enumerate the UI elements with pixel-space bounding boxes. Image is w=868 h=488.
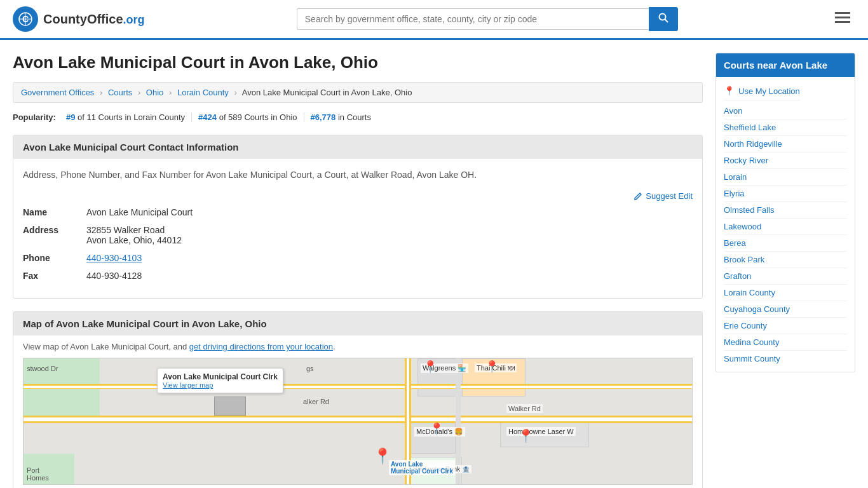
phone-label: Phone xyxy=(23,253,86,263)
phone-value: 440-930-4103 xyxy=(86,253,693,263)
logo-text: CountyOffice.org xyxy=(43,12,145,27)
sidebar-link-grafton[interactable]: Grafton xyxy=(724,268,847,285)
fax-row: Fax 440-930-4128 xyxy=(23,271,693,281)
svg-rect-8 xyxy=(835,17,850,18)
sidebar-link-brook-park[interactable]: Brook Park xyxy=(724,252,847,268)
map-label-hometowne: Hometowne Laser W xyxy=(506,427,576,436)
search-button[interactable] xyxy=(649,7,678,31)
sidebar-link-north-ridgeville[interactable]: North Ridgeville xyxy=(724,136,847,152)
content-area: Avon Lake Municipal Court in Avon Lake, … xyxy=(13,53,703,488)
popularity-lorain: #9 of 11 Courts in Lorain County xyxy=(60,112,192,122)
popularity-ohio: #424 of 589 Courts in Ohio xyxy=(192,112,304,122)
sidebar-box: Courts near Avon Lake 📍 Use My Location … xyxy=(715,53,855,372)
sidebar-links-container: AvonSheffield LakeNorth RidgevilleRocky … xyxy=(724,103,847,367)
contact-description: Address, Phone Number, and Fax Number fo… xyxy=(23,168,693,182)
search-input[interactable] xyxy=(297,8,649,30)
sidebar-header: Courts near Avon Lake xyxy=(716,53,855,77)
view-larger-map-link[interactable]: View larger map xyxy=(163,381,213,389)
map-pin-blue: 📍 xyxy=(518,428,534,444)
sidebar-link-medina-county[interactable]: Medina County xyxy=(724,334,847,351)
popularity-courts: #6,778 in Courts xyxy=(304,112,377,122)
fax-label: Fax xyxy=(23,271,86,281)
sidebar-link-summit-county[interactable]: Summit County xyxy=(724,351,847,367)
sidebar-link-berea[interactable]: Berea xyxy=(724,235,847,252)
breadcrumb-sep-2: › xyxy=(138,88,140,97)
popularity-context-3: in Courts xyxy=(338,112,371,122)
map-tooltip: Avon Lake Municipal Court Clrk View larg… xyxy=(157,368,283,393)
popularity-rank-3: #6,778 xyxy=(311,112,336,122)
site-header: C CountyOffice.org xyxy=(0,0,868,40)
map-building-1 xyxy=(214,396,246,416)
directions-link[interactable]: get driving directions from your locatio… xyxy=(189,342,333,351)
map-pin-walgreens: 📍 xyxy=(423,360,437,374)
name-row: Name Avon Lake Municipal Court xyxy=(23,207,693,217)
phone-link[interactable]: 440-930-4103 xyxy=(86,253,142,263)
map-label-port: PortHomes xyxy=(27,466,49,482)
sidebar-link-lorain[interactable]: Lorain xyxy=(724,169,847,186)
suggest-edit-button[interactable]: Suggest Edit xyxy=(634,191,693,201)
map-container[interactable]: Walgreens 🏪 Thai Chili 🍽 Walker Rd alker… xyxy=(23,358,693,485)
search-area xyxy=(297,7,678,31)
map-desc-text: View map of Avon Lake Municipal Court, a… xyxy=(23,342,187,351)
map-label-gs: gs xyxy=(306,365,314,372)
map-tooltip-title: Avon Lake Municipal Court Clrk xyxy=(163,372,278,381)
breadcrumb-current: Avon Lake Municipal Court in Avon Lake, … xyxy=(242,88,412,97)
sidebar-link-avon[interactable]: Avon xyxy=(724,103,847,119)
location-pin-icon: 📍 xyxy=(724,86,735,96)
popularity-rank-2: #424 xyxy=(198,112,217,122)
logo-wordmark: CountyOffice xyxy=(43,12,123,26)
map-label-alkerrd: alker Rd xyxy=(303,398,329,405)
svg-point-5 xyxy=(659,14,665,20)
popularity-label: Popularity: xyxy=(13,112,56,122)
sidebar-link-sheffield-lake[interactable]: Sheffield Lake xyxy=(724,119,847,136)
phone-row: Phone 440-930-4103 xyxy=(23,253,693,263)
use-my-location-button[interactable]: 📍 Use My Location xyxy=(724,82,800,100)
sidebar-link-erie-county[interactable]: Erie County xyxy=(724,318,847,334)
contact-section: Avon Lake Municipal Court Contact Inform… xyxy=(13,135,703,299)
name-value: Avon Lake Municipal Court xyxy=(86,207,693,217)
fax-value: 440-930-4128 xyxy=(86,271,693,281)
sidebar-link-cuyahoga-county[interactable]: Cuyahoga County xyxy=(724,301,847,318)
sidebar-link-lorain-county[interactable]: Lorain County xyxy=(724,285,847,301)
walker-rd-white xyxy=(24,417,692,421)
logo-area: C CountyOffice.org xyxy=(13,6,145,32)
map-section-body: View map of Avon Lake Municipal Court, a… xyxy=(13,336,702,488)
map-section-header: Map of Avon Lake Municipal Court in Avon… xyxy=(13,312,702,336)
breadcrumb-link-ohio[interactable]: Ohio xyxy=(146,88,163,97)
breadcrumb-link-courts[interactable]: Courts xyxy=(108,88,132,97)
contact-section-header: Avon Lake Municipal Court Contact Inform… xyxy=(13,135,702,159)
name-label: Name xyxy=(23,207,86,217)
use-my-location-label: Use My Location xyxy=(738,86,800,96)
svg-line-6 xyxy=(665,20,668,23)
suggest-edit-label: Suggest Edit xyxy=(646,191,693,201)
popularity-context-2: of 589 Courts in Ohio xyxy=(219,112,297,122)
sidebar-link-rocky-river[interactable]: Rocky River xyxy=(724,152,847,169)
map-section: Map of Avon Lake Municipal Court in Avon… xyxy=(13,311,703,488)
map-label-walkerrd: Walker Rd xyxy=(506,404,543,413)
popularity-bar: Popularity: #9 of 11 Courts in Lorain Co… xyxy=(13,112,703,122)
breadcrumb-sep-4: › xyxy=(234,88,237,97)
map-court-label: Avon LakeMunicipal Court Clrk xyxy=(389,460,455,475)
breadcrumb-sep-1: › xyxy=(100,88,102,97)
breadcrumb-link-lorain[interactable]: Lorain County xyxy=(177,88,229,97)
map-description: View map of Avon Lake Municipal Court, a… xyxy=(23,342,693,351)
address-value: 32855 Walker Road Avon Lake, Ohio, 44012 xyxy=(86,225,693,245)
contact-section-body: Address, Phone Number, and Fax Number fo… xyxy=(13,159,702,298)
page-title: Avon Lake Municipal Court in Avon Lake, … xyxy=(13,53,703,72)
map-pin-thaichili: 📍 xyxy=(485,360,499,374)
popularity-context-1: of 11 Courts in Lorain County xyxy=(78,112,185,122)
logo-icon: C xyxy=(13,6,38,32)
map-pin-mcds: 📍 xyxy=(430,422,444,436)
suggest-edit-row: Suggest Edit xyxy=(23,191,693,201)
map-label-stwood: stwood Dr xyxy=(27,365,58,372)
sidebar-link-elyria[interactable]: Elyria xyxy=(724,186,847,202)
address-line1: 32855 Walker Road xyxy=(86,225,693,235)
breadcrumb-link-gov-offices[interactable]: Government Offices xyxy=(21,88,94,97)
sidebar-link-lakewood[interactable]: Lakewood xyxy=(724,219,847,235)
sidebar-body: 📍 Use My Location AvonSheffield LakeNort… xyxy=(716,77,855,372)
main-container: Avon Lake Municipal Court in Avon Lake, … xyxy=(0,40,868,488)
sidebar-link-olmsted-falls[interactable]: Olmsted Falls xyxy=(724,202,847,219)
sidebar: Courts near Avon Lake 📍 Use My Location … xyxy=(715,53,855,488)
menu-button[interactable] xyxy=(830,8,855,30)
breadcrumb: Government Offices › Courts › Ohio › Lor… xyxy=(13,82,703,103)
